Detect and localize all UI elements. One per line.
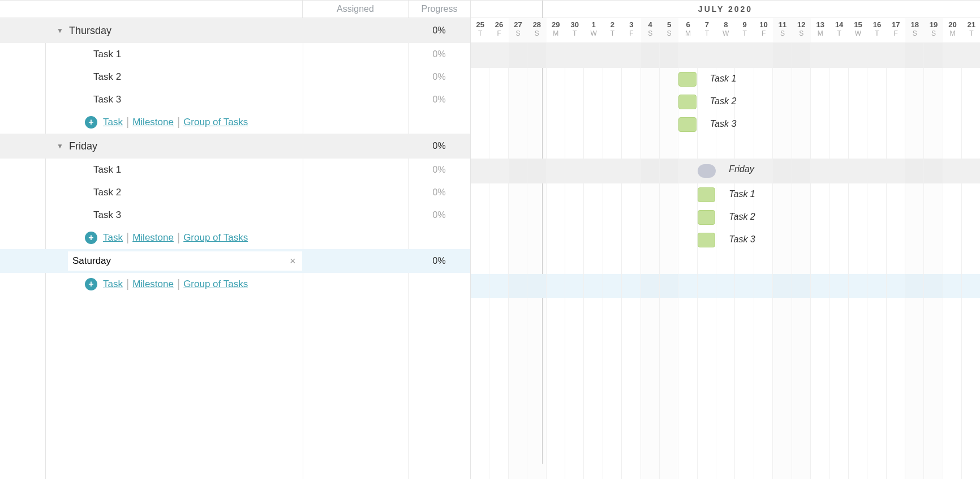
- task-bar[interactable]: [698, 233, 715, 247]
- add-task-link[interactable]: Task: [103, 232, 123, 243]
- day-column: 16T: [867, 18, 886, 42]
- gantt-task-row: Task 2: [471, 91, 980, 113]
- gantt-editing-row: [471, 274, 980, 298]
- task-bar-label: Task 1: [729, 189, 755, 199]
- timeline-header: JULY 2020: [471, 1, 980, 18]
- gantt-empty-row: [471, 411, 980, 434]
- group-row[interactable]: ▼ Thursday 0%: [0, 18, 470, 43]
- header-name-col: [0, 1, 303, 18]
- day-column: 20M: [943, 18, 962, 42]
- add-task-link[interactable]: Task: [103, 279, 123, 290]
- task-row[interactable]: Task 3 0%: [0, 204, 470, 226]
- day-column: 10F: [754, 18, 773, 42]
- task-name[interactable]: Task 1: [93, 49, 121, 60]
- add-task-link[interactable]: Task: [103, 117, 123, 128]
- task-row[interactable]: Task 1 0%: [0, 159, 470, 181]
- task-name[interactable]: Task 3: [93, 209, 121, 221]
- task-bar-label: Task 3: [710, 119, 737, 129]
- day-column: 14T: [829, 18, 848, 42]
- add-group-link[interactable]: Group of Tasks: [183, 279, 248, 290]
- clear-input-icon[interactable]: ×: [283, 251, 302, 271]
- header-assigned[interactable]: Assigned: [303, 1, 409, 18]
- add-group-link[interactable]: Group of Tasks: [183, 232, 248, 243]
- task-progress: 0%: [408, 49, 470, 59]
- add-milestone-link[interactable]: Milestone: [132, 279, 174, 290]
- group-row[interactable]: ▼ Friday 0%: [0, 134, 470, 159]
- task-row[interactable]: Task 2 0%: [0, 181, 470, 204]
- task-bar-label: Task 2: [710, 96, 737, 106]
- group-name[interactable]: Thursday: [69, 25, 111, 37]
- task-name[interactable]: Task 3: [93, 94, 121, 105]
- header-progress[interactable]: Progress: [409, 1, 471, 18]
- day-column: 8W: [716, 18, 735, 42]
- task-row[interactable]: Task 3 0%: [0, 88, 470, 111]
- task-bar[interactable]: [698, 210, 715, 225]
- group-progress: 0%: [408, 141, 470, 151]
- day-column: 13M: [811, 18, 829, 42]
- gantt-empty-row: [471, 456, 980, 479]
- day-column: 6M: [678, 18, 697, 42]
- add-milestone-link[interactable]: Milestone: [132, 117, 174, 128]
- new-group-input[interactable]: [68, 251, 283, 271]
- task-progress: 0%: [408, 95, 470, 105]
- task-bar[interactable]: [678, 117, 696, 132]
- day-column: 25T: [471, 18, 489, 42]
- collapse-icon[interactable]: ▼: [57, 27, 63, 35]
- new-group-row[interactable]: × 0%: [0, 249, 470, 273]
- gantt-empty-row: [471, 388, 980, 411]
- task-row[interactable]: Task 1 0%: [0, 43, 470, 66]
- gantt-empty-row: [471, 366, 980, 388]
- task-name[interactable]: Task 2: [93, 187, 121, 198]
- gantt-empty-row: [471, 434, 980, 456]
- gantt-add-row: [471, 251, 980, 274]
- gantt-group-row: [471, 43, 980, 68]
- gantt-task-row: Task 1: [471, 183, 980, 206]
- collapse-icon[interactable]: ▼: [57, 142, 63, 150]
- day-column: 18S: [905, 18, 924, 42]
- task-bar[interactable]: [678, 95, 696, 109]
- task-name[interactable]: Task 2: [93, 71, 121, 83]
- day-column: 4S: [641, 18, 660, 42]
- gantt-group-row: Friday: [471, 159, 980, 183]
- task-bar[interactable]: [678, 72, 696, 87]
- task-bar[interactable]: [698, 187, 715, 202]
- day-column: 21T: [962, 18, 980, 42]
- task-progress: 0%: [408, 187, 470, 198]
- day-column: 26F: [489, 18, 508, 42]
- gantt-pane[interactable]: 25T26F27S28S29M30T1W2T3F4S5S6M7T8W9T10F1…: [471, 18, 980, 479]
- add-group-link[interactable]: Group of Tasks: [183, 117, 248, 128]
- add-icon[interactable]: +: [85, 116, 97, 129]
- add-icon[interactable]: +: [85, 278, 97, 290]
- day-column: 19S: [924, 18, 943, 42]
- task-progress: 0%: [408, 72, 470, 82]
- gantt-day-header: 25T26F27S28S29M30T1W2T3F4S5S6M7T8W9T10F1…: [471, 18, 980, 43]
- add-milestone-link[interactable]: Milestone: [132, 232, 174, 243]
- day-column: 30T: [565, 18, 584, 42]
- day-column: 11S: [773, 18, 792, 42]
- timeline-title: JULY 2020: [698, 5, 753, 14]
- milestone-label: Friday: [729, 164, 754, 174]
- task-name[interactable]: Task 1: [93, 164, 121, 176]
- gantt-empty-row: [471, 320, 980, 343]
- new-group-progress: 0%: [408, 256, 470, 266]
- task-row[interactable]: Task 2 0%: [0, 66, 470, 88]
- milestone-bar[interactable]: [698, 164, 716, 178]
- task-progress: 0%: [408, 165, 470, 175]
- add-row: + Task | Milestone | Group of Tasks: [0, 226, 470, 249]
- day-column: 9T: [735, 18, 754, 42]
- day-column: 17F: [887, 18, 905, 42]
- day-column: 1W: [584, 18, 603, 42]
- add-icon[interactable]: +: [85, 232, 97, 244]
- day-column: 3F: [622, 18, 641, 42]
- group-name[interactable]: Friday: [69, 140, 97, 152]
- add-row: + Task | Milestone | Group of Tasks: [0, 111, 470, 134]
- task-bar-label: Task 1: [710, 74, 737, 84]
- group-progress: 0%: [408, 25, 470, 36]
- day-column: 5S: [660, 18, 678, 42]
- task-progress: 0%: [408, 210, 470, 220]
- gantt-add-row: [471, 298, 980, 320]
- day-column: 2T: [603, 18, 622, 42]
- gantt-empty-row: [471, 343, 980, 366]
- day-column: 28S: [527, 18, 546, 42]
- gantt-add-row: [471, 136, 980, 159]
